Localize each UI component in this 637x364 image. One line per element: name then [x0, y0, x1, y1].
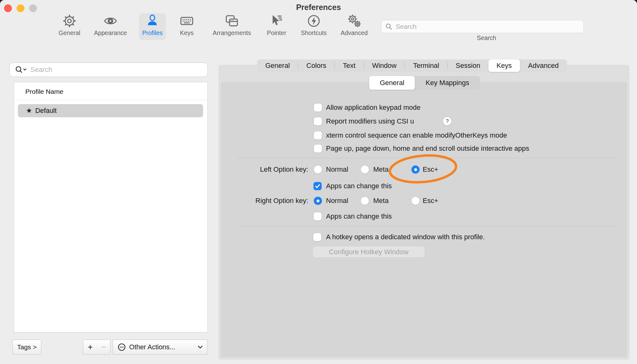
profile-list-header: Profile Name: [25, 88, 63, 95]
toolbar-label: Keys: [180, 29, 193, 37]
toolbar-item-arrangements[interactable]: Arrangements: [208, 14, 255, 43]
checkbox-right-apps-can-change[interactable]: [313, 212, 322, 220]
tab-colors[interactable]: Colors: [298, 59, 334, 72]
window-title: Preferences: [0, 3, 637, 12]
person-icon: [145, 14, 160, 28]
toolbar-label: General: [59, 29, 80, 37]
windows-icon: [225, 14, 239, 28]
profile-list: Profile Name ★ Default: [14, 82, 208, 332]
tab-general[interactable]: General: [257, 59, 298, 72]
gears-icon: [347, 14, 361, 28]
checkbox-left-apps-can-change[interactable]: [313, 182, 322, 190]
tab-session[interactable]: Session: [448, 59, 488, 72]
toolbar-label: Pointer: [267, 29, 286, 37]
profile-search: [9, 63, 208, 77]
other-actions-dropdown[interactable]: Other Actions...: [113, 340, 207, 355]
tab-terminal[interactable]: Terminal: [405, 59, 447, 72]
configure-hotkey-window-button[interactable]: Configure Hotkey Window: [313, 246, 425, 258]
keys-subtab-bar: General Key Mappings: [369, 76, 480, 90]
preferences-window: Preferences General Appearance Profiles …: [0, 0, 637, 364]
keyboard-icon: [180, 14, 194, 28]
keys-tab-panel: [221, 82, 627, 357]
checkbox-label: Report modifiers using CSI u: [326, 117, 414, 125]
radio-label: Esc+: [423, 197, 438, 205]
radio-left-option-normal[interactable]: [314, 165, 322, 174]
checkbox-keypad-mode[interactable]: [314, 104, 322, 112]
radio-label: Meta: [373, 165, 389, 174]
checkbox-page-scroll[interactable]: [314, 144, 322, 153]
profile-name: Default: [35, 107, 57, 115]
help-button[interactable]: ?: [443, 117, 451, 125]
tags-button[interactable]: Tags >: [13, 340, 41, 355]
checkbox-label: Page up, page down, home and end scroll …: [326, 144, 529, 153]
remove-profile-button[interactable]: −: [97, 340, 110, 355]
toolbar-label: Shortcuts: [301, 29, 327, 37]
tab-keys[interactable]: Keys: [488, 59, 520, 72]
radio-right-option-esc[interactable]: [411, 197, 420, 205]
configure-hotkey-label: Configure Hotkey Window: [329, 248, 408, 256]
subtab-general[interactable]: General: [369, 76, 415, 90]
checkbox-label: xterm control sequence can enable modify…: [326, 131, 507, 139]
toolbar-label: Advanced: [341, 29, 368, 37]
toolbar-search-input[interactable]: [381, 20, 584, 33]
toolbar-item-appearance[interactable]: Appearance: [87, 14, 134, 43]
scoped-search-icon[interactable]: [14, 66, 28, 74]
question-mark-icon: ?: [446, 118, 449, 124]
radio-label: Normal: [326, 165, 348, 174]
add-profile-button[interactable]: +: [83, 340, 98, 355]
radio-label: Normal: [326, 197, 348, 205]
profile-row-default[interactable]: ★ Default: [18, 104, 203, 117]
eye-icon: [103, 14, 118, 28]
checkbox-hotkey-window[interactable]: [313, 233, 321, 241]
toolbar-label: Appearance: [94, 29, 127, 37]
toolbar-item-general[interactable]: General: [46, 14, 93, 43]
minus-icon: −: [101, 342, 106, 352]
search-icon: [385, 23, 393, 30]
left-option-key-label: Left Option key:: [219, 165, 308, 174]
radio-left-option-meta[interactable]: [361, 165, 369, 174]
toolbar-search: [381, 20, 584, 33]
checkbox-label: Apps can change this: [326, 212, 392, 220]
gear-icon: [62, 14, 77, 28]
tab-window[interactable]: Window: [364, 59, 405, 72]
checkbox-label: A hotkey opens a dedicated window with t…: [326, 233, 485, 241]
bolt-icon: [307, 14, 321, 28]
cursor-icon: [269, 14, 284, 28]
right-option-key-label: Right Option key:: [219, 197, 308, 205]
tags-button-label: Tags >: [17, 343, 37, 351]
profile-tab-bar: General Colors Text Window Terminal Sess…: [257, 59, 567, 72]
search-caption: Search: [463, 34, 510, 42]
section-divider: [237, 226, 617, 226]
checkbox-label: Apps can change this: [326, 182, 392, 190]
radio-label: Meta: [373, 197, 389, 205]
other-actions-label: Other Actions...: [129, 343, 175, 351]
plus-icon: +: [88, 342, 93, 352]
toolbar-label: Arrangements: [213, 29, 251, 37]
ellipsis-circle-icon: [117, 343, 126, 351]
tab-advanced[interactable]: Advanced: [520, 59, 567, 72]
header-divider: [14, 100, 207, 100]
checkbox-modify-other-keys[interactable]: [314, 131, 322, 139]
radio-label: Esc+: [423, 165, 438, 174]
chevron-down-icon: [197, 344, 203, 350]
toolbar-label: Profiles: [142, 29, 162, 37]
toolbar-item-advanced[interactable]: Advanced: [331, 14, 378, 43]
checkbox-label: Allow application keypad mode: [326, 104, 420, 112]
profile-search-input[interactable]: [9, 63, 208, 77]
toolbar-item-shortcuts[interactable]: Shortcuts: [290, 14, 337, 43]
checkbox-csi-u[interactable]: [314, 117, 322, 125]
radio-right-option-meta[interactable]: [361, 197, 369, 205]
section-divider: [237, 158, 617, 158]
radio-right-option-normal[interactable]: [314, 197, 322, 205]
tab-text[interactable]: Text: [335, 59, 364, 72]
subtab-key-mappings[interactable]: Key Mappings: [415, 76, 480, 90]
toolbar-item-keys[interactable]: Keys: [163, 14, 210, 43]
radio-left-option-esc[interactable]: [411, 165, 420, 174]
star-icon: ★: [26, 107, 32, 115]
